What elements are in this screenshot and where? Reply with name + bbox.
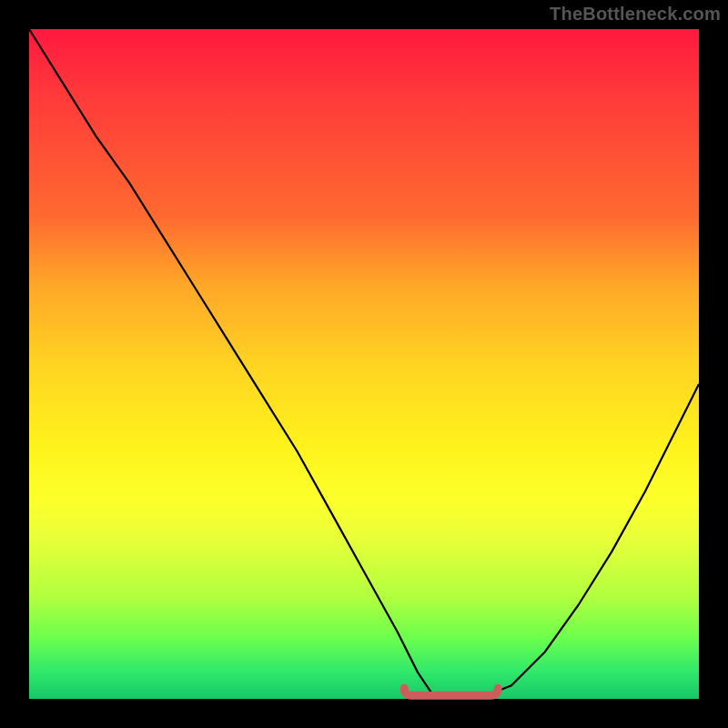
chart-svg	[29, 29, 699, 699]
bottleneck-chart: TheBottleneck.com	[0, 0, 728, 728]
plot-area	[29, 29, 699, 699]
watermark-label: TheBottleneck.com	[550, 4, 721, 25]
optimal-range-mark	[404, 688, 498, 695]
bottleneck-curve-line	[29, 29, 699, 699]
